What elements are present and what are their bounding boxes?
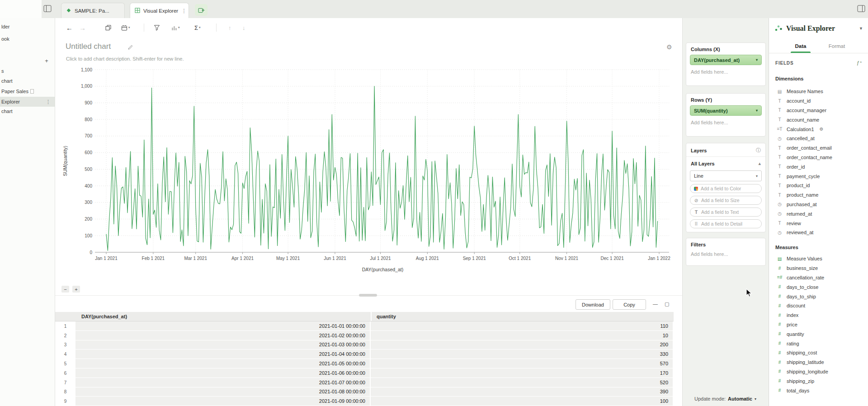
table-row[interactable]: 92021-01-09 00:00:00100 [55,397,674,406]
add-formula-icon[interactable]: ƒ⁺ [857,60,862,66]
table-row[interactable]: 42021-01-04 00:00:00330 [55,349,674,359]
table-row[interactable]: 52021-01-05 00:00:00570 [55,359,674,368]
field-item-shipping-cost[interactable]: #shipping_cost [769,348,868,358]
chevron-down-icon[interactable]: ▼ [859,26,863,31]
all-layers-label: All Layers [691,161,715,166]
table-row[interactable]: 62021-01-06 00:00:00170 [55,368,674,378]
rows-add-fields-dropzone[interactable]: Add fields here... [686,116,765,125]
toolbar-separator [144,24,144,32]
collapse-table-icon[interactable]: — [653,301,658,307]
filter-button[interactable] [154,22,160,33]
field-item-order-id[interactable]: Torder_id [769,162,868,171]
collapse-panel-icon[interactable] [857,5,865,12]
info-icon[interactable]: ⓘ [756,147,761,154]
field-item-rating[interactable]: #rating [769,339,868,348]
size-field-well[interactable]: ⊘ Add a field to Size [690,196,762,205]
date-column-header[interactable]: DAY(purchased_at) [75,312,371,321]
color-field-well[interactable]: Add a field to Color [690,184,762,193]
field-item-shipping-longitude[interactable]: #shipping_longitude [769,367,868,377]
collapse-sidebar-icon[interactable] [43,5,52,12]
sidebar-item-s[interactable]: s [0,66,55,76]
tab-data[interactable]: Data [783,39,819,53]
field-item-review[interactable]: Treview [769,218,868,228]
table-row[interactable]: 22021-01-02 00:00:0010 [55,331,674,340]
chart-description-placeholder[interactable]: Click to add chart description. Shift-en… [66,56,184,61]
add-item-button[interactable]: + [42,57,51,65]
table-row[interactable]: 12021-01-01 00:00:00110 [55,321,674,331]
date-granularity-button[interactable]: ▾ [121,22,130,33]
update-mode-value[interactable]: Automatic [728,396,752,401]
sort-descending-button[interactable]: ↓ [242,22,245,33]
detail-field-well[interactable]: ⠿ Add a field to Detail [690,219,762,228]
number-field-icon: # [776,266,783,271]
text-field-well[interactable]: T Add a field to Text [690,208,762,217]
field-item-order-contact-name[interactable]: Torder_contact_name [769,153,868,162]
chevron-up-icon[interactable]: ▴ [758,161,761,166]
tab-menu-icon[interactable]: ⋮ [181,8,187,14]
field-item-price[interactable]: #price [769,320,868,330]
field-item-calculation1[interactable]: =TCalculation1⚙ [769,124,868,134]
filters-add-fields-dropzone[interactable]: Add fields here... [686,247,765,257]
columns-field-pill[interactable]: DAY(purchased_at)▾ [690,55,762,65]
field-item-reviewed-at[interactable]: ◷reviewed_at [769,228,868,237]
field-item-account-id[interactable]: Taccount_id [769,96,868,106]
sidebar-item-visual-explorer-selected[interactable]: Explorer ⋮ [0,97,55,107]
tab-sample-paper-sales[interactable]: SAMPLE: Pa... [61,3,125,18]
chart-type-button[interactable]: ▾ [171,22,180,33]
edit-title-pencil-icon[interactable] [127,44,133,51]
field-item-days-to-ship[interactable]: #days_to_ship [769,292,868,301]
field-item-total-days[interactable]: #total_days [769,386,868,395]
copy-button[interactable]: Copy [613,299,646,310]
field-label: product_id [787,183,810,188]
rows-field-pill[interactable]: SUM(quantity)▾ [690,105,762,116]
sidebar-item-workbook[interactable]: ook [0,34,55,43]
chart-settings-gear-icon[interactable]: ⚙ [666,43,672,51]
tab-format[interactable]: Format [819,39,855,53]
sort-ascending-button[interactable]: ↑ [228,22,231,33]
field-item-product-name[interactable]: Tproduct_name [769,190,868,200]
field-item-cancelled-at[interactable]: ◷cancelled_at [769,134,868,143]
field-item-shipping-latitude[interactable]: #shipping_latitude [769,358,868,367]
tab-visual-explorer[interactable]: Visual Explorer ⋮ [130,3,189,18]
chart-title[interactable]: Untitled chart [66,42,111,51]
field-item-quantity[interactable]: #quantity [769,329,868,339]
download-button[interactable]: Download [576,299,610,310]
columns-add-fields-dropzone[interactable]: Add fields here... [686,65,765,75]
field-item-days-to-close[interactable]: #days_to_close [769,282,868,292]
field-item-purchased-at[interactable]: ◷purchased_at [769,200,868,209]
aggregate-button[interactable]: Σ ▾ [194,22,201,33]
table-row[interactable]: 32021-01-03 00:00:00200 [55,340,674,350]
field-item-account-manager[interactable]: Taccount_manager [769,106,868,115]
field-item-measure-values[interactable]: ▤Measure Values [769,254,868,264]
sidebar-item-paper-sales[interactable]: Paper Sales [0,87,55,96]
sidebar-item-chart[interactable]: chart [0,76,55,85]
sidebar-item-chart-2[interactable]: chart [0,107,55,116]
gear-icon[interactable]: ⚙ [820,127,824,132]
field-item-index[interactable]: #index [769,311,868,320]
mark-type-select[interactable]: Line▾ [690,170,762,181]
field-item-payment-cycle[interactable]: Tpayment_cycle [769,171,868,181]
field-item-order-contact-email[interactable]: Torder_contact_email [769,143,868,153]
field-item-returned-at[interactable]: ◷returned_at [769,209,868,218]
field-item-cancellation-rate[interactable]: =#cancellation_rate [769,273,868,283]
field-item-discount[interactable]: #discount [769,301,868,311]
field-item-product-id[interactable]: Tproduct_id [769,181,868,190]
back-button[interactable]: ← [66,22,73,33]
sidebar-item-folder[interactable]: lder [0,22,55,31]
table-row[interactable]: 72021-01-07 00:00:00520 [55,378,674,387]
field-item-account-name[interactable]: Taccount_name [769,115,868,124]
duplicate-button[interactable] [105,22,111,33]
field-item-measure-names[interactable]: ▤Measure Names [769,87,868,96]
quantity-column-header[interactable]: quantity [371,312,673,321]
expand-table-icon[interactable]: ▢ [665,301,669,307]
field-item-business-size[interactable]: #business_size [769,264,868,273]
field-item-shipping-zip[interactable]: #shipping_zip [769,376,868,386]
zoom-in-button[interactable]: + [72,286,80,293]
item-menu-icon[interactable]: ⋮ [46,97,51,107]
zoom-out-button[interactable]: − [61,286,69,293]
panel-splitter-handle[interactable] [359,294,377,297]
new-tab-button[interactable] [195,4,208,16]
table-row[interactable]: 82021-01-08 00:00:00390 [55,387,674,397]
line-chart[interactable]: 01002003004005006007008009001,0001,100Ja… [55,63,682,276]
forward-button[interactable]: → [79,22,86,33]
